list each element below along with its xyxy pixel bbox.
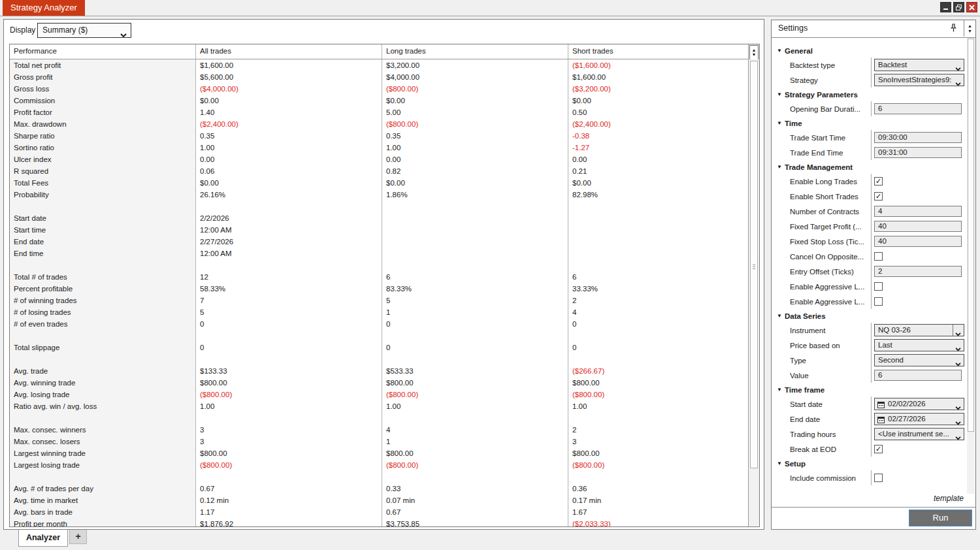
checkbox-enable-aggressive-l[interactable] — [874, 297, 883, 306]
cell-short-trades: 2 — [568, 424, 749, 436]
cell-long-trades: ($800.00) — [382, 389, 568, 400]
table-row[interactable]: Avg. losing trade($800.00)($800.00)($800… — [10, 389, 749, 400]
table-row[interactable]: # of even trades000 — [10, 318, 749, 330]
checkbox-enable-long-trades[interactable]: ✓ — [874, 177, 883, 186]
input-entry-offset-ticks[interactable]: 2 — [874, 266, 962, 277]
settings-header: Settings ▲ ▼ — [772, 20, 975, 38]
dropdown-end-date[interactable]: 02/27/2026 — [874, 413, 964, 425]
section-header-setup[interactable]: ▼Setup — [772, 457, 966, 470]
table-row[interactable]: End date2/27/2026 — [10, 236, 749, 248]
dropdown-trading-hours[interactable]: <Use instrument se... — [874, 428, 964, 440]
table-row[interactable]: Max. consec. winners342 — [10, 424, 749, 436]
table-row[interactable]: Largest losing trade($800.00)($800.00)($… — [10, 459, 749, 471]
table-row[interactable]: Total Fees$0.00$0.00$0.00 — [10, 177, 749, 189]
table-row[interactable]: Profit factor1.405.000.50 — [10, 106, 749, 118]
table-row[interactable]: Percent profitable58.33%83.33%33.33% — [10, 283, 749, 295]
checkbox-break-at-eod[interactable]: ✓ — [874, 445, 883, 453]
window-title-tab[interactable]: Strategy Analyzer — [3, 0, 85, 16]
checkbox-enable-short-trades[interactable]: ✓ — [874, 192, 883, 201]
table-row[interactable]: Max. drawdown($2,400.00)($800.00)($2,400… — [10, 118, 749, 130]
settings-scroll-spinner[interactable]: ▲ ▼ — [964, 20, 975, 37]
section-header-trade-management[interactable]: ▼Trade Management — [772, 160, 966, 174]
add-tab-button[interactable]: + — [69, 530, 87, 544]
tab-analyzer[interactable]: Analyzer — [18, 530, 68, 547]
input-trade-start-time[interactable]: 09:30:00 — [874, 132, 962, 143]
table-row[interactable]: Max. consec. losers313 — [10, 436, 749, 447]
table-row[interactable]: Avg. bars in trade1.170.671.67 — [10, 506, 749, 518]
table-row[interactable]: Start date2/2/2026 — [10, 212, 749, 224]
table-row[interactable]: Avg. time in market0.12 min0.07 min0.17 … — [10, 494, 749, 506]
table-row[interactable]: Sortino ratio1.001.00-1.27 — [10, 142, 749, 154]
run-button[interactable]: Run — [909, 510, 972, 526]
section-header-strategy-parameters[interactable]: ▼Strategy Parameters — [772, 88, 966, 101]
table-scroll-track[interactable] — [749, 59, 759, 526]
table-row[interactable]: End time12:00 AM — [10, 248, 749, 259]
table-row[interactable]: Start time12:00 AM — [10, 224, 749, 236]
input-number-of-contracts[interactable]: 4 — [874, 206, 962, 217]
template-link[interactable]: template — [934, 494, 964, 503]
arrow-down-icon[interactable]: ▼ — [968, 29, 972, 33]
table-row[interactable] — [10, 471, 749, 483]
column-header-long-trades[interactable]: Long trades — [382, 44, 568, 59]
table-row[interactable] — [10, 259, 749, 271]
section-header-data-series[interactable]: ▼Data Series — [772, 309, 966, 323]
table-scrollbar[interactable]: ▲ ▼ — [748, 44, 759, 526]
table-row[interactable] — [10, 353, 749, 365]
cell-all-trades: 1.17 — [196, 506, 382, 518]
table-scroll-thumb[interactable] — [750, 61, 758, 468]
pin-icon[interactable] — [950, 24, 957, 35]
dropdown-instrument[interactable]: NQ 03-26 — [874, 324, 964, 336]
section-header-time[interactable]: ▼Time — [772, 116, 966, 130]
table-row[interactable] — [10, 330, 749, 342]
table-row[interactable] — [10, 412, 749, 424]
table-row[interactable]: Sharpe ratio0.350.35-0.38 — [10, 130, 749, 142]
table-row[interactable]: Largest winning trade$800.00$800.00$800.… — [10, 447, 749, 459]
dropdown-price-based-on[interactable]: Last — [874, 339, 964, 351]
arrow-down-icon[interactable]: ▼ — [752, 53, 757, 57]
minimize-icon[interactable] — [940, 2, 951, 12]
dropdown-strategy[interactable]: SnoInvestStrategies9: — [874, 74, 964, 86]
table-row[interactable]: R squared0.060.820.21 — [10, 165, 749, 177]
table-row[interactable]: Commission$0.00$0.00$0.00 — [10, 95, 749, 106]
table-row[interactable]: Gross profit$5,600.00$4,000.00$1,600.00 — [10, 71, 749, 83]
table-row[interactable]: Total slippage000 — [10, 342, 749, 353]
table-row[interactable]: # of winning trades752 — [10, 295, 749, 306]
input-fixed-target-profit[interactable]: 40 — [874, 221, 962, 232]
table-row[interactable]: Total net profit$1,600.00$3,200.00($1,60… — [10, 59, 749, 71]
dropdown-start-date[interactable]: 02/02/2026 — [874, 398, 964, 410]
column-header-short-trades[interactable]: Short trades — [568, 44, 749, 59]
checkbox-cancel-on-opposite[interactable] — [874, 252, 883, 261]
table-row[interactable]: Profit per month$1,876.92$3,753.85($2,03… — [10, 518, 749, 526]
input-opening-bar-durati[interactable]: 6 — [874, 103, 962, 114]
table-scroll-spinner[interactable]: ▲ ▼ — [749, 45, 759, 60]
table-row[interactable]: Gross loss($4,000.00)($800.00)($3,200.00… — [10, 83, 749, 95]
section-header-general[interactable]: ▼General — [772, 44, 966, 57]
column-header-performance[interactable]: Performance — [10, 44, 196, 59]
column-header-all-trades[interactable]: All trades — [196, 44, 382, 59]
settings-scrollbar[interactable] — [967, 38, 975, 494]
input-fixed-stop-loss-tic[interactable]: 40 — [874, 236, 962, 247]
close-icon[interactable] — [966, 2, 977, 12]
dropdown-type[interactable]: Second — [874, 354, 964, 366]
table-row[interactable]: Avg. # of trades per day0.670.330.36 — [10, 483, 749, 494]
table-row[interactable]: Ulcer index0.000.000.00 — [10, 154, 749, 165]
table-row[interactable]: Probability26.16%1.86%82.98% — [10, 189, 749, 201]
table-row[interactable]: # of losing trades514 — [10, 306, 749, 318]
table-row[interactable]: Ratio avg. win / avg. loss1.001.001.00 — [10, 400, 749, 412]
checkbox-include-commission[interactable] — [874, 474, 883, 482]
checkbox-enable-aggressive-l[interactable] — [874, 282, 883, 291]
table-row[interactable]: Avg. winning trade$800.00$800.00$800.00 — [10, 377, 749, 389]
arrow-up-icon[interactable]: ▲ — [968, 24, 972, 28]
settings-scroll-thumb[interactable] — [968, 39, 974, 432]
cell-all-trades: $1,600.00 — [196, 59, 382, 71]
input-value[interactable]: 6 — [874, 370, 962, 381]
restore-icon[interactable] — [953, 2, 964, 12]
row-label — [10, 353, 196, 365]
display-select[interactable]: Summary ($) — [37, 23, 131, 38]
table-row[interactable]: Total # of trades1266 — [10, 271, 749, 283]
section-header-time-frame[interactable]: ▼Time frame — [772, 383, 966, 396]
input-trade-end-time[interactable]: 09:31:00 — [874, 147, 962, 158]
dropdown-backtest-type[interactable]: Backtest — [874, 59, 964, 71]
table-row[interactable] — [10, 201, 749, 212]
table-row[interactable]: Avg. trade$133.33$533.33($266.67) — [10, 365, 749, 377]
